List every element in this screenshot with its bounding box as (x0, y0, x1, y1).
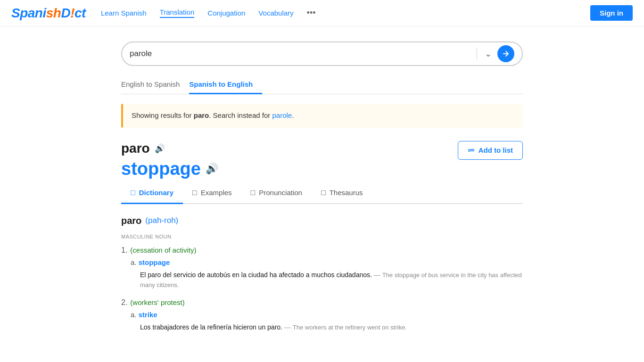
nav-conjugation[interactable]: Conjugation (207, 9, 245, 17)
example-dash-1a: — (374, 271, 382, 279)
def-number-1: 1. (cessation of activity) (121, 246, 523, 255)
header: SpanishD!ct Learn Spanish Translation Co… (0, 0, 644, 26)
search-divider (477, 48, 477, 59)
alert-middle: . Search instead for (209, 111, 272, 119)
add-to-list-button[interactable]: ≔ Add to list (458, 141, 523, 160)
chevron-down-icon[interactable]: ⌄ (483, 47, 494, 61)
definition-2: 2. (workers' protest) a. strike Los trab… (121, 298, 523, 332)
example-sentence-1a: El paro del servicio de autobús en la ci… (140, 270, 523, 290)
add-to-list-label: Add to list (479, 146, 513, 154)
examples-tab-icon: □ (192, 189, 197, 197)
definition-1: 1. (cessation of activity) a. stoppage E… (121, 246, 523, 290)
tab-english-to-spanish[interactable]: English to Spanish (121, 75, 189, 94)
alert-prefix: Showing results for (132, 111, 194, 119)
pronunciation-tab-label: Pronunciation (259, 189, 302, 197)
dictionary-tab-icon: □ (131, 189, 135, 197)
thesaurus-tab-icon: □ (321, 189, 326, 197)
nav-translation[interactable]: Translation (160, 8, 195, 18)
language-tabs: English to Spanish Spanish to English (121, 75, 523, 94)
logo[interactable]: SpanishD!ct (11, 6, 86, 21)
tab-spanish-to-english[interactable]: Spanish to English (189, 75, 262, 94)
example-en-text-2a: The workers at the refinery went on stri… (293, 324, 407, 331)
word-spanish: paro 🔊 (121, 141, 218, 156)
add-to-list-icon: ≔ (468, 146, 475, 155)
example-es-text-1a: El paro del servicio de autobús en la ci… (140, 271, 372, 279)
nav: Learn Spanish Translation Conjugation Vo… (101, 8, 590, 18)
def-sub-word-2a[interactable]: strike (139, 311, 157, 319)
dict-word-heading: paro (pah-roh) (121, 215, 523, 226)
example-es-1a: El paro del servicio de autobús en la ci… (140, 270, 523, 290)
nav-vocabulary[interactable]: Vocabulary (258, 9, 293, 17)
search-input[interactable] (130, 49, 471, 58)
search-arrow-icon (502, 49, 510, 58)
tab-dictionary[interactable]: □ Dictionary (121, 183, 183, 204)
def-context-2: (workers' protest) (130, 298, 184, 306)
content-tabs: □ Dictionary □ Examples □ Pronunciation … (121, 183, 523, 204)
def-number-2: 2. (workers' protest) (121, 298, 523, 307)
word-english-text: stoppage (121, 159, 201, 179)
alert-corrected-word: paro (194, 111, 209, 119)
examples-tab-label: Examples (201, 189, 232, 197)
tab-examples[interactable]: □ Examples (183, 183, 241, 204)
word-spanish-text: paro (121, 141, 150, 156)
word-title-area: paro 🔊 stoppage 🔊 (121, 141, 218, 179)
example-sentence-2a: Los trabajadores de la refinería hiciero… (140, 322, 523, 332)
sign-in-button[interactable]: Sign in (590, 5, 633, 21)
def-sub-label-2a: a. strike (131, 311, 523, 319)
def-sub-word-1a[interactable]: stoppage (139, 258, 170, 266)
search-submit-button[interactable] (497, 45, 514, 62)
example-dash-2a: — (284, 323, 293, 331)
word-entry-header: paro 🔊 stoppage 🔊 ≔ Add to list (121, 141, 523, 179)
more-nav-icon[interactable]: ••• (307, 8, 316, 18)
main-content: ⌄ English to Spanish Spanish to English … (110, 26, 534, 356)
def-number-label-1: 1. (121, 246, 127, 255)
def-sub-2a: a. strike Los trabajadores de la refiner… (131, 311, 523, 332)
dictionary-content: paro (pah-roh) MASCULINE NOUN 1. (cessat… (121, 215, 523, 332)
part-of-speech-label: MASCULINE NOUN (121, 234, 523, 239)
def-sub-label-1a: a. stoppage (131, 258, 523, 266)
dict-word-text: paro (121, 215, 141, 226)
search-bar: ⌄ (121, 41, 523, 66)
example-es-text-2a: Los trabajadores de la refinería hiciero… (140, 323, 282, 331)
example-es-2a: Los trabajadores de la refinería hiciero… (140, 322, 523, 332)
dict-phonetic: (pah-roh) (145, 216, 178, 225)
def-sub-letter-1a: a. (131, 258, 137, 266)
nav-learn-spanish[interactable]: Learn Spanish (101, 9, 147, 17)
thesaurus-tab-label: Thesaurus (330, 189, 363, 197)
audio-icon-english[interactable]: 🔊 (206, 163, 218, 175)
pronunciation-tab-icon: □ (251, 189, 256, 197)
def-context-1: (cessation of activity) (130, 246, 196, 254)
alert-search-link[interactable]: parole (272, 111, 292, 119)
def-sub-letter-2a: a. (131, 311, 137, 319)
audio-icon-spanish[interactable]: 🔊 (155, 143, 165, 154)
alert-suffix: . (292, 111, 294, 119)
def-sub-1a: a. stoppage El paro del servicio de auto… (131, 258, 523, 290)
alert-banner: Showing results for paro. Search instead… (121, 104, 523, 128)
tab-pronunciation[interactable]: □ Pronunciation (241, 183, 312, 204)
word-english-translation: stoppage 🔊 (121, 159, 218, 179)
tab-thesaurus[interactable]: □ Thesaurus (312, 183, 372, 204)
dictionary-tab-label: Dictionary (139, 189, 173, 197)
def-number-label-2: 2. (121, 298, 127, 307)
